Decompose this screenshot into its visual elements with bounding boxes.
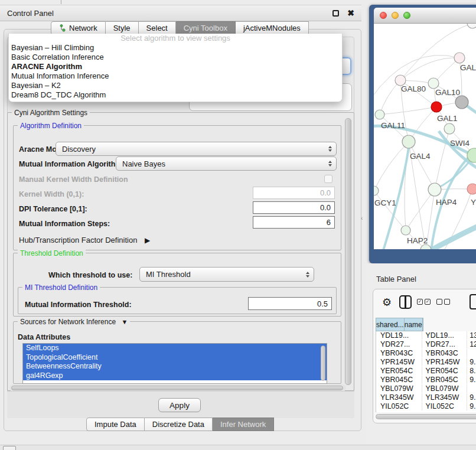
tab[interactable]: Style [106,21,139,35]
table-header-cell[interactable]: name [405,318,423,331]
network-window-titlebar[interactable] [374,8,476,24]
tab-label: Style [113,24,131,32]
close-icon[interactable]: ✖ [347,9,354,17]
settings-hscroll-thumb[interactable] [11,386,343,390]
table-row[interactable]: YIL052C YIL052C 9. [376,402,476,410]
bottom-tab[interactable]: Impute Data [86,418,145,431]
sources-group-title[interactable]: Sources for Network Inference ▼ [18,318,130,326]
top-divider [61,0,61,4]
network-edge[interactable] [400,58,459,80]
network-edge[interactable] [380,107,436,115]
cell-value: 9. [467,402,476,410]
dropdown-item[interactable]: Bayesian – K2 [9,81,342,90]
table-row[interactable]: YBL079W YBL079W [376,384,476,393]
table-hscroll-thumb[interactable] [376,414,476,419]
kernel-width-field[interactable]: 0.0 [253,187,335,199]
hide-columns-box2-icon[interactable] [444,299,450,305]
manual-kernel-checkbox[interactable] [324,175,332,183]
tab[interactable]: jActiveMNodules [236,21,309,35]
table-row[interactable]: YER054C YER054C 8. [376,367,476,376]
network-node[interactable] [467,24,476,28]
cell-name: YDL19... [422,331,468,340]
network-node-gal11[interactable] [375,110,384,119]
table-header-cell[interactable] [423,318,423,331]
columns-icon[interactable] [399,295,412,309]
table-row[interactable]: YDR27... YDR27... 12 [376,340,476,349]
table-row[interactable]: YPR145W YPR145W 9. [376,358,476,367]
table-row[interactable]: YDL19... YDL19... 13 [376,331,476,340]
float-icon[interactable] [332,10,339,17]
apply-button[interactable]: Apply [158,398,201,412]
bottom-tab[interactable]: Infer Network [213,418,274,431]
attribute-list-item[interactable]: gal4RGexp [23,371,327,381]
network-canvas[interactable]: GALGAL80GAL10GAL1GAL11SWI4GAL4GCY1HAP4YH… [374,24,476,249]
show-columns-check2-icon[interactable]: ✓ [425,299,431,305]
tab[interactable]: Cyni Toolbox [176,21,236,35]
dropdown-item[interactable]: Bayesian – Hill Climbing [9,43,342,53]
cell-shared-name: YLR345W [376,393,422,402]
attribute-list-item[interactable]: TopologicalCoefficient [23,353,327,363]
which-threshold-combo[interactable]: MI Threshold [139,267,314,282]
network-node-gal1[interactable] [431,102,442,112]
table-row[interactable]: YLR345W YLR345W 9. [376,393,476,402]
bottom-strip [0,445,476,450]
threshold-definition-title: Threshold Definition [18,249,86,257]
cell-shared-name: YIL052C [376,402,422,410]
table-row[interactable]: YBR045C YBR045C 9. [376,375,476,384]
network-node[interactable] [444,123,455,134]
hide-columns-box-icon[interactable] [436,299,442,305]
dropdown-item[interactable]: Basic Correlation Inference [9,53,342,62]
attribute-list-item[interactable]: SelfLoops [23,344,327,353]
cell-shared-name: YDL19... [376,331,422,340]
network-node-hap4[interactable] [428,183,441,196]
list-scrollbar[interactable] [321,345,325,381]
bottom-corner-widget[interactable] [3,446,16,450]
gear-icon[interactable]: ⚙ [382,296,392,309]
network-edge[interactable] [409,142,435,190]
network-node[interactable] [420,244,431,249]
dpi-tolerance-field[interactable]: 0.0 [253,201,335,214]
expander-down-icon: ▼ [121,318,128,325]
dropdown-item[interactable]: ARACNE Algorithm [9,62,342,71]
network-node-y[interactable] [467,184,476,194]
bottom-tabs: Impute Data Discretize Data Infer Networ… [86,418,274,431]
close-traffic-light-icon[interactable] [380,12,387,19]
network-edge[interactable] [380,80,400,115]
show-columns-check-icon[interactable]: ✓ [417,299,423,305]
file-icon[interactable] [470,294,476,309]
cell-value: 9. [467,393,476,402]
network-node-label: HAP2 [407,236,428,245]
network-node[interactable] [455,96,468,109]
network-node-hap2[interactable] [401,226,410,235]
splitter-handle[interactable]: ‹ [361,215,363,221]
network-edge[interactable] [374,142,409,191]
network-node-label: GAL [460,63,476,72]
mi-threshold-group-title: MI Threshold Definition [22,283,100,292]
network-node-gal4[interactable] [402,135,415,148]
attribute-list-item[interactable]: BetweennessCentrality [23,362,327,371]
network-edge[interactable] [406,190,435,230]
network-node-gal[interactable] [454,53,465,63]
network-edge[interactable] [431,223,476,249]
mi-steps-field[interactable]: 6 [253,216,335,229]
tab[interactable]: Network [51,21,106,35]
which-threshold-value: MI Threshold [146,270,191,279]
cell-name: YPR145W [422,358,468,366]
cyni-algorithm-settings-title: Cyni Algorithm Settings [12,109,90,117]
hub-definition-expander[interactable]: Hub/Transcription Factor Definition ▶ [19,236,150,244]
dropdown-item[interactable]: Mutual Information Inference [9,71,342,81]
aracne-mode-combo[interactable]: Discovery [56,142,337,156]
mi-type-combo[interactable]: Naive Bayes [116,156,337,171]
table-row[interactable]: YBR043C YBR043C [376,349,476,358]
mi-threshold-field[interactable]: 0.5 [248,297,332,310]
bottom-tab[interactable]: Discretize Data [145,418,213,431]
table-header-cell[interactable]: shared... [376,318,405,331]
minimize-traffic-light-icon[interactable] [392,12,399,19]
dropdown-item[interactable]: Dream8 DC_TDC Algorithm [9,90,342,100]
tab[interactable]: Select [139,21,176,35]
settings-vertical-scrollbar[interactable] [345,118,351,385]
manual-kernel-label: Manual Kernel Width Definition [19,175,128,184]
network-node-gal10[interactable] [428,78,439,89]
zoom-traffic-light-icon[interactable] [403,12,410,19]
network-node-gcy1[interactable] [374,186,379,195]
